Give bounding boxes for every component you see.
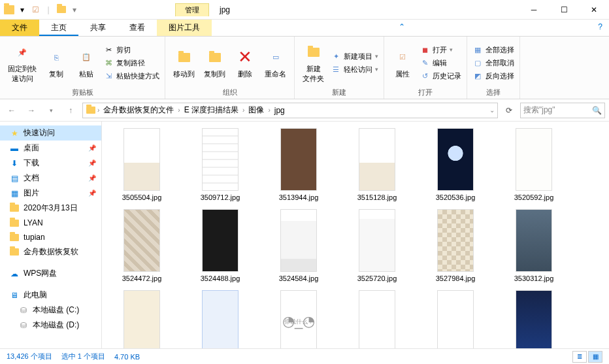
tab-view[interactable]: 查看 [118, 20, 157, 36]
invert-selection-button[interactable]: ◩反向选择 [472, 71, 514, 81]
chevron-right-icon[interactable]: › [268, 107, 270, 114]
file-thumbnail [437, 290, 474, 348]
move-to-button[interactable]: 移动到 [171, 46, 197, 80]
file-item[interactable]: 3525720.jpg [346, 209, 408, 282]
copy-to-icon [205, 47, 225, 68]
ribbon-collapse-icon[interactable]: ⌃ [392, 20, 412, 36]
sidebar-this-pc[interactable]: 🖥此电脑 [0, 288, 101, 303]
chevron-right-icon[interactable]: › [97, 107, 99, 114]
help-icon[interactable]: ? [591, 20, 609, 36]
copy-to-button[interactable]: 复制到 [201, 46, 228, 80]
select-all-button[interactable]: ▦全部选择 [472, 44, 514, 55]
drive-icon: ⛁ [18, 305, 29, 316]
new-group-label: 新建 [332, 86, 346, 97]
sidebar-label: 下载 [24, 157, 39, 169]
close-button[interactable]: ✕ [579, 0, 609, 20]
addressbar-dropdown-icon[interactable]: ⌄ [489, 107, 495, 114]
chevron-right-icon[interactable]: › [178, 107, 180, 114]
qat-dropdown-icon[interactable]: ▾ [17, 5, 27, 15]
chevron-right-icon[interactable]: › [242, 107, 244, 114]
clipboard-group-label: 剪贴板 [72, 86, 93, 97]
minimize-button[interactable]: ─ [519, 0, 549, 20]
open-button[interactable]: ◼打开 ▾ [420, 44, 461, 55]
file-item[interactable]: 3505504.jpg [111, 128, 173, 201]
pin-quick-access-button[interactable]: 📌固定到快 速访问 [5, 41, 39, 85]
search-icon[interactable]: 🔍 [592, 106, 602, 115]
file-item[interactable]: 3531096.jpg [111, 290, 173, 348]
refresh-button[interactable]: ⟳ [502, 103, 516, 118]
new-folder-button[interactable]: 新建 文件夹 [300, 41, 327, 85]
breadcrumb-item[interactable]: E 深度扫描结果 [182, 105, 241, 116]
file-item[interactable]: 3520592.jpg [503, 128, 565, 201]
sidebar-documents[interactable]: ▤文档📌 [0, 171, 101, 186]
rename-button[interactable]: ▭重命名 [262, 46, 289, 80]
file-item[interactable]: 3524584.jpg [268, 209, 329, 282]
easy-access-button[interactable]: ☰轻松访问 ▾ [331, 64, 378, 74]
file-item[interactable]: 你说什么？ [268, 290, 329, 348]
details-view-button[interactable]: ≣ [572, 351, 587, 363]
file-item[interactable]: 3527984.jpg [425, 209, 486, 282]
file-item[interactable]: 3520536.jpg [425, 128, 486, 201]
sidebar-folder[interactable]: 金舟数据恢复软 [0, 244, 101, 259]
file-item[interactable] [346, 290, 408, 348]
edit-button[interactable]: ✎编辑 [420, 58, 461, 68]
copy-button[interactable]: ⎘复制 [43, 46, 69, 80]
file-thumbnail [123, 209, 160, 272]
file-view[interactable]: 3505504.jpg3509712.jpg3513944.jpg3515128… [102, 122, 609, 348]
back-button[interactable]: ← [4, 103, 20, 118]
cut-button[interactable]: ✂剪切 [103, 44, 159, 55]
file-item[interactable]: 3515128.jpg [346, 128, 408, 201]
sidebar-folder[interactable]: 2020年3月13日 [0, 201, 101, 216]
forward-button[interactable]: → [24, 103, 39, 118]
history-button[interactable]: ↺历史记录 [420, 71, 461, 81]
paste-shortcut-button[interactable]: ⇲粘贴快捷方式 [103, 71, 159, 81]
sidebar-quick-access[interactable]: ★快速访问 [0, 125, 101, 141]
sidebar-drive-c[interactable]: ⛁本地磁盘 (C:) [0, 303, 101, 318]
file-item[interactable]: 3524488.jpg [189, 209, 251, 282]
breadcrumb-item[interactable]: 图像 [246, 105, 267, 116]
cut-label: 剪切 [116, 45, 131, 55]
file-item[interactable]: 3534568.jpg [189, 290, 251, 348]
file-item[interactable]: 3509712.jpg [189, 128, 251, 201]
file-item[interactable] [503, 290, 565, 348]
folder-qat-icon[interactable] [56, 5, 67, 15]
sidebar-pictures[interactable]: ▦图片📌 [0, 186, 101, 201]
tab-picture-tools[interactable]: 图片工具 [157, 20, 212, 36]
file-item[interactable]: 3513944.jpg [268, 128, 329, 201]
paste-label: 粘贴 [79, 69, 93, 79]
main-area: ★快速访问 ▬桌面📌 ⬇下载📌 ▤文档📌 ▦图片📌 2020年3月13日 LYA… [0, 122, 609, 348]
maximize-button[interactable]: ☐ [549, 0, 579, 20]
icons-view-button[interactable]: ▦ [588, 351, 602, 363]
file-item[interactable]: 3530312.jpg [503, 209, 565, 282]
recent-dropdown-icon[interactable]: ▾ [43, 103, 59, 118]
search-input[interactable]: 搜索"jpg" 🔍 [520, 103, 605, 118]
delete-button[interactable]: ✕删除 [232, 46, 258, 80]
sidebar-desktop[interactable]: ▬桌面📌 [0, 141, 101, 156]
sidebar-folder[interactable]: LYAN [0, 216, 101, 230]
up-button[interactable]: ↑ [63, 103, 78, 118]
tab-share[interactable]: 共享 [78, 20, 118, 36]
breadcrumb-item[interactable]: jpg [272, 106, 288, 115]
navigation-pane[interactable]: ★快速访问 ▬桌面📌 ⬇下载📌 ▤文档📌 ▦图片📌 2020年3月13日 LYA… [0, 122, 102, 348]
select-none-label: 全部取消 [486, 58, 514, 68]
file-thumbnail [202, 128, 239, 191]
sidebar-wps[interactable]: ☁WPS网盘 [0, 266, 101, 281]
select-none-button[interactable]: ▢全部取消 [472, 58, 514, 68]
properties-button[interactable]: ☑属性 [389, 46, 416, 80]
copy-path-button[interactable]: ⌘复制路径 [103, 58, 159, 68]
paste-button[interactable]: 📋粘贴 [73, 46, 99, 80]
breadcrumb-item[interactable]: 金舟数据恢复的文件 [101, 105, 176, 116]
new-item-button[interactable]: ✦新建项目 ▾ [331, 51, 378, 61]
document-icon: ▤ [9, 173, 20, 184]
breadcrumb[interactable]: › 金舟数据恢复的文件› E 深度扫描结果› 图像› jpg ⌄ [82, 103, 498, 118]
sidebar-downloads[interactable]: ⬇下载📌 [0, 156, 101, 171]
properties-qat-icon[interactable]: ☑ [30, 5, 41, 15]
tab-home[interactable]: 主页 [39, 20, 78, 36]
qat-overflow-icon[interactable]: ▾ [69, 5, 80, 15]
tab-file[interactable]: 文件 [0, 20, 39, 36]
sidebar-folder[interactable]: tupian [0, 230, 101, 244]
file-thumbnail [516, 209, 552, 272]
file-item[interactable] [425, 290, 486, 348]
sidebar-drive-d[interactable]: ⛁本地磁盘 (D:) [0, 318, 101, 333]
file-item[interactable]: 3524472.jpg [111, 209, 173, 282]
